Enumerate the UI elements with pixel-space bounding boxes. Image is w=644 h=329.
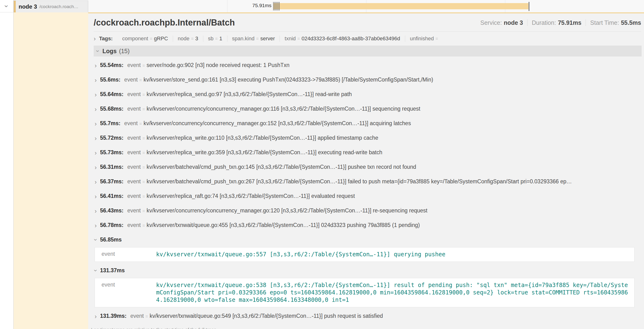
log-entry-toggle[interactable]: › 131.37ms xyxy=(94,264,642,277)
start-time-label: Start Time: xyxy=(590,19,619,26)
logs-title: Logs xyxy=(102,48,117,54)
start-time-value: 55.5ms xyxy=(621,19,641,26)
span-name-column: › node 3 /cockroach.roach… xyxy=(0,0,88,12)
log-field-value: kv/kvserver/replica_write.go:110 [n3,s3,… xyxy=(146,135,378,141)
service-label: Service: xyxy=(480,19,502,26)
log-marker-tick xyxy=(277,2,277,10)
span-detail-body: /cockroach.roachpb.Internal/Batch Servic… xyxy=(0,12,644,329)
equals-sign: = xyxy=(215,36,218,41)
span-timeline-row[interactable]: 75.91ms xyxy=(88,0,644,12)
chevron-down-icon: › xyxy=(3,5,10,8)
log-entry-toggle[interactable]: › 55.68ms: event = kv/kvserver/concurren… xyxy=(94,102,642,116)
equals-sign: = xyxy=(146,314,148,319)
log-field-key: event xyxy=(127,106,140,112)
selected-row-highlight-column xyxy=(14,12,88,329)
chevron-right-icon: › xyxy=(94,178,97,186)
log-timestamp: 131.39ms: xyxy=(100,313,126,319)
equals-sign: = xyxy=(142,107,145,112)
span-stats: Service: node 3 Duration: 75.91ms Start … xyxy=(480,19,641,26)
log-entry-toggle[interactable]: › 56.78ms: event = kv/kvserver/txnwait/q… xyxy=(94,218,642,233)
equals-sign: = xyxy=(142,136,145,141)
tags-section-toggle[interactable]: › Tags: component = gRPC node = 3 sb = 1… xyxy=(94,32,644,45)
log-timestamp: 55.72ms: xyxy=(100,135,124,141)
equals-sign: = xyxy=(142,194,145,199)
log-field-key: event xyxy=(102,282,156,288)
tag-value: gRPC xyxy=(154,36,168,42)
log-timestamp: 55.6ms: xyxy=(100,76,120,83)
tag-value: 1 xyxy=(219,36,222,42)
span-duration-bar[interactable] xyxy=(274,3,528,9)
logs-section-toggle[interactable]: › Logs (15) xyxy=(94,46,642,56)
log-entry-toggle[interactable]: › 55.6ms: event = kv/kvserver/store_send… xyxy=(94,73,642,88)
log-entry-toggle[interactable]: › 55.7ms: event = kv/kvserver/concurrenc… xyxy=(94,116,642,131)
log-timestamp: 55.54ms: xyxy=(100,62,124,68)
log-entry-toggle[interactable]: › 56.41ms: event = kv/kvserver/replica_r… xyxy=(94,189,642,204)
log-field-value: kv/kvserver/txnwait/queue.go:538 [n3,s3,… xyxy=(156,282,634,304)
page-title: /cockroach.roachpb.Internal/Batch xyxy=(94,18,235,28)
log-entry-toggle[interactable]: › 56.31ms: event = kv/kvserver/batcheval… xyxy=(94,160,642,175)
log-field-key: event xyxy=(102,251,156,257)
chevron-right-icon: › xyxy=(94,120,97,128)
log-entry-toggle[interactable]: › 55.73ms: event = kv/kvserver/replica_w… xyxy=(94,146,642,160)
log-field-value: kv/kvserver/batcheval/cmd_push_txn.go:26… xyxy=(146,178,572,185)
span-name-tab[interactable]: node 3 /cockroach.roach… xyxy=(14,0,88,12)
logs-footer-note: Log timestamps are relative to the start… xyxy=(91,327,218,329)
log-field-key: event xyxy=(127,222,140,228)
log-field-value: kv/kvserver/store_send.go:161 [n3,s3] ex… xyxy=(144,76,433,83)
span-collapse-control[interactable]: › xyxy=(0,0,14,12)
log-field-value: kv/kvserver/txnwait/queue.go:549 [n3,s3,… xyxy=(150,313,383,319)
span-service-name: node 3 xyxy=(18,3,37,10)
equals-sign: = xyxy=(140,78,142,83)
log-marker-tick xyxy=(273,2,274,10)
log-field-value: kv/kvserver/batcheval/cmd_push_txn.go:14… xyxy=(146,164,416,170)
log-timestamp: 56.31ms: xyxy=(100,164,124,170)
log-field-value: server/node.go:902 [n3] node received re… xyxy=(146,62,290,68)
log-entry-toggle[interactable]: › 55.54ms: event = server/node.go:902 [n… xyxy=(94,58,642,73)
span-row: › node 3 /cockroach.roach… 75.91ms xyxy=(0,0,644,12)
tag-value: 3 xyxy=(195,36,198,42)
log-timestamp: 56.43ms: xyxy=(100,208,124,214)
log-timestamp: 56.78ms: xyxy=(100,222,124,228)
chevron-down-icon: › xyxy=(92,239,100,241)
log-entry-toggle[interactable]: › 131.39ms: event = kv/kvserver/txnwait/… xyxy=(94,309,642,324)
chevron-right-icon: › xyxy=(94,208,97,215)
equals-sign: = xyxy=(142,92,145,97)
log-timestamp: 55.73ms: xyxy=(100,149,124,156)
equals-sign: = xyxy=(150,36,152,41)
equals-sign: = xyxy=(142,150,145,156)
equals-sign: = xyxy=(142,208,145,214)
log-entry-toggle[interactable]: › 55.64ms: event = kv/kvserver/replica_s… xyxy=(94,88,642,102)
tag-key: unfinished xyxy=(410,36,434,42)
log-marker-tick xyxy=(278,2,278,10)
chevron-right-icon: › xyxy=(94,106,97,113)
log-field-value: kv/kvserver/concurrency/concurrency_mana… xyxy=(146,208,427,214)
log-field-key: event xyxy=(124,76,138,83)
log-timestamp: 55.68ms: xyxy=(100,106,124,112)
log-timestamp: 55.7ms: xyxy=(100,120,120,126)
log-field-value: kv/kvserver/replica_send.go:97 [n3,s3,r6… xyxy=(146,91,352,98)
log-entry-toggle[interactable]: › 56.43ms: event = kv/kvserver/concurren… xyxy=(94,204,642,218)
equals-sign: = xyxy=(298,36,300,41)
log-marker-tick xyxy=(279,2,280,10)
logs-footer: Log timestamps are relative to the start… xyxy=(91,327,642,329)
stat-divider xyxy=(586,19,586,26)
log-entry-toggle[interactable]: › 55.72ms: event = kv/kvserver/replica_w… xyxy=(94,131,642,146)
log-keyvalue-box: event kv/kvserver/txnwait/queue.go:557 [… xyxy=(94,247,634,262)
log-field-value: kv/kvserver/concurrency/concurrency_mana… xyxy=(144,120,411,126)
log-field-value: kv/kvserver/replica_write.go:359 [n3,s3,… xyxy=(146,149,382,156)
log-marker-tick xyxy=(276,2,276,10)
stat-divider xyxy=(527,19,528,26)
chevron-right-icon: › xyxy=(94,135,97,142)
chevron-right-icon: › xyxy=(94,36,96,42)
tag-item: sb = 1 xyxy=(203,36,227,42)
equals-sign: = xyxy=(436,36,438,41)
log-field-key: event xyxy=(127,62,140,68)
equals-sign: = xyxy=(191,36,194,41)
log-entry-toggle[interactable]: › 56.85ms xyxy=(94,233,642,246)
tag-key: sb xyxy=(208,36,214,42)
log-entry-toggle[interactable]: › 56.37ms: event = kv/kvserver/batcheval… xyxy=(94,175,642,189)
log-field-key: event xyxy=(127,178,140,185)
span-detail-panel: /cockroach.roachpb.Internal/Batch Servic… xyxy=(88,12,644,329)
tag-item: txnid = 024d3323-6c8f-4863-aa8b-37ab0e63… xyxy=(280,36,405,42)
chevron-right-icon: › xyxy=(94,313,97,320)
